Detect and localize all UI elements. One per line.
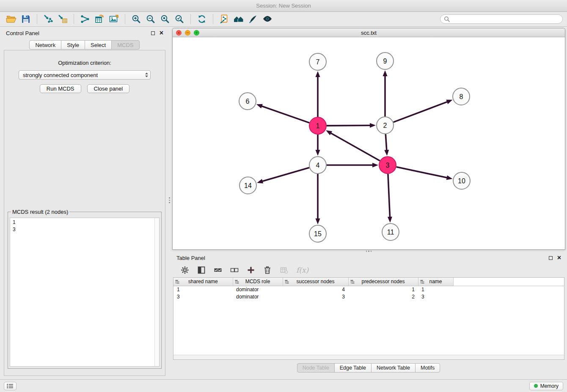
node-6[interactable]: 6: [239, 93, 256, 110]
edge-4-15[interactable]: [316, 174, 320, 224]
clone-network-button[interactable]: [217, 13, 231, 25]
network-home-button[interactable]: [231, 13, 246, 25]
apply-layout-button[interactable]: [195, 13, 209, 25]
edge-1-4[interactable]: [316, 135, 320, 156]
table-cell[interactable]: 3: [418, 293, 453, 300]
tab-motifs[interactable]: Motifs: [415, 363, 440, 373]
table-cell[interactable]: 2: [348, 293, 418, 300]
node-7[interactable]: 7: [309, 53, 326, 70]
close-panel-icon[interactable]: ×: [160, 31, 163, 35]
column-header-shared-name[interactable]: shared name: [173, 278, 233, 286]
node-8[interactable]: 8: [453, 88, 470, 105]
column-header-successor-nodes[interactable]: successor nodes: [283, 278, 348, 286]
edge-3-10[interactable]: [396, 167, 453, 180]
control-panel-title: Control Panel: [6, 30, 39, 36]
network-graph[interactable]: 7968124314101511: [173, 37, 565, 249]
tab-network-table[interactable]: Network Table: [371, 363, 416, 373]
table-row[interactable]: 3dominator323: [173, 293, 564, 300]
splitter-handle-icon: [366, 251, 372, 252]
new-table-button[interactable]: [92, 13, 107, 25]
node-10[interactable]: 10: [453, 172, 470, 189]
style-brush-button[interactable]: [246, 13, 260, 25]
tab-style[interactable]: Style: [61, 40, 85, 50]
deselect-all-button[interactable]: [230, 266, 239, 274]
table-row[interactable]: 1dominator411: [173, 286, 564, 293]
edge-2-8[interactable]: [394, 100, 453, 122]
export-image-button[interactable]: [107, 13, 121, 25]
tab-select[interactable]: Select: [85, 40, 112, 50]
open-session-button[interactable]: [4, 13, 19, 25]
edge-1-2[interactable]: [327, 123, 376, 128]
table-settings-button[interactable]: [181, 266, 189, 274]
network-canvas[interactable]: 7968124314101511: [173, 37, 565, 249]
delete-table-button[interactable]: [280, 266, 288, 274]
add-column-button[interactable]: [247, 266, 255, 274]
minimize-window-icon[interactable]: [185, 30, 190, 36]
table-cell[interactable]: 1: [173, 286, 233, 293]
zoom-fit-button[interactable]: [158, 13, 172, 25]
import-table-button[interactable]: [55, 13, 70, 25]
edge-2-3[interactable]: [384, 134, 389, 156]
network-window-titlebar[interactable]: scc.txt: [173, 28, 565, 37]
float-panel-icon[interactable]: [549, 256, 553, 260]
column-header-mcds-role[interactable]: MCDS role: [233, 278, 283, 286]
show-columns-button[interactable]: [197, 266, 206, 274]
scrollbar-track[interactable]: [154, 218, 159, 366]
search-input[interactable]: [452, 16, 559, 22]
vertical-splitter[interactable]: [168, 28, 172, 376]
table-cell[interactable]: 3: [283, 293, 348, 300]
edge-2-9[interactable]: [383, 70, 388, 116]
edge-1-7[interactable]: [316, 71, 320, 117]
maximize-window-icon[interactable]: [194, 30, 199, 36]
column-header-predecessor-nodes[interactable]: predecessor nodes: [348, 278, 418, 286]
import-network-button[interactable]: [41, 13, 55, 25]
memory-button[interactable]: Memory: [529, 382, 563, 390]
zoom-selected-button[interactable]: [172, 13, 187, 25]
zoom-out-button[interactable]: [143, 13, 158, 25]
horizontal-splitter[interactable]: [172, 250, 565, 253]
column-header-name[interactable]: name: [418, 278, 453, 286]
close-panel-icon[interactable]: ×: [557, 256, 561, 260]
brush-icon: [248, 14, 258, 24]
table-cell[interactable]: 3: [173, 293, 233, 300]
delete-column-button[interactable]: [263, 266, 272, 274]
select-all-button[interactable]: [214, 266, 222, 274]
edge-3-1[interactable]: [326, 130, 380, 161]
close-window-icon[interactable]: [176, 30, 182, 36]
edge-4-14[interactable]: [257, 168, 309, 183]
optimization-dropdown[interactable]: strongly connected component: [19, 70, 151, 80]
table-cell[interactable]: 4: [283, 286, 348, 293]
table-cell[interactable]: dominator: [233, 286, 283, 293]
node-14[interactable]: 14: [239, 177, 256, 194]
tab-network[interactable]: Network: [29, 40, 61, 50]
edge-3-11[interactable]: [388, 174, 392, 223]
node-9[interactable]: 9: [377, 52, 394, 69]
node-3[interactable]: 3: [379, 157, 396, 174]
run-mcds-button[interactable]: Run MCDS: [40, 84, 81, 93]
node-2[interactable]: 2: [377, 117, 394, 134]
task-history-button[interactable]: [4, 382, 17, 390]
node-1[interactable]: 1: [309, 117, 326, 134]
tab-mcds[interactable]: MCDS: [111, 40, 139, 50]
control-panel-tabs: NetworkStyleSelectMCDS: [2, 40, 168, 50]
share-network-button[interactable]: [78, 13, 92, 25]
table-cell[interactable]: 1: [348, 286, 418, 293]
tab-node-table[interactable]: Node Table: [297, 363, 335, 373]
search-field[interactable]: [440, 14, 563, 24]
node-11[interactable]: 11: [382, 224, 399, 240]
show-hide-button[interactable]: [260, 13, 275, 25]
tab-edge-table[interactable]: Edge Table: [334, 363, 372, 373]
save-session-button[interactable]: [19, 13, 33, 25]
edge-1-6[interactable]: [256, 104, 309, 123]
function-builder-button[interactable]: f(x): [296, 266, 308, 274]
horizontal-scrollbar[interactable]: [173, 355, 564, 359]
refresh-icon: [197, 14, 207, 24]
close-panel-button[interactable]: Close panel: [87, 84, 130, 93]
node-4[interactable]: 4: [309, 157, 326, 174]
edge-4-3[interactable]: [327, 163, 378, 168]
table-cell[interactable]: 1: [418, 286, 453, 293]
zoom-in-button[interactable]: [129, 13, 143, 25]
table-cell[interactable]: dominator: [233, 293, 283, 300]
node-15[interactable]: 15: [309, 225, 326, 242]
float-panel-icon[interactable]: [151, 31, 155, 35]
